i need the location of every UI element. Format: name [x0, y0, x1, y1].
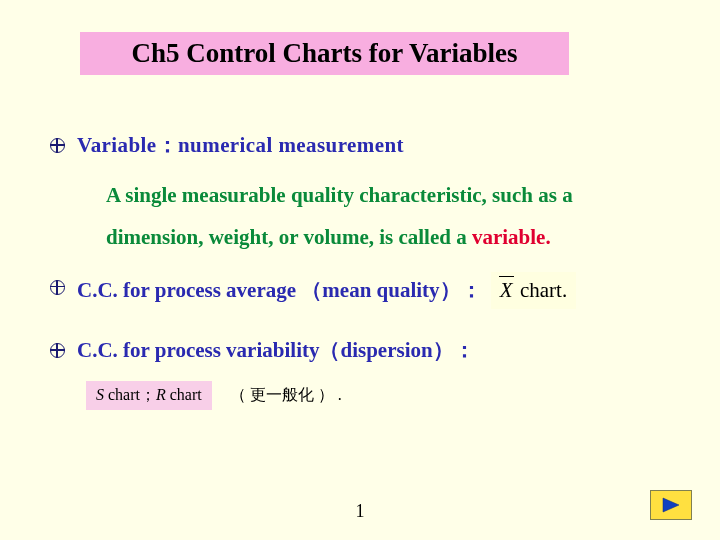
- variable-desc: numerical measurement: [178, 133, 404, 157]
- sub-definition: A single measurable quality characterist…: [106, 174, 670, 258]
- s-letter: S: [96, 386, 104, 403]
- sr-mid: chart；: [104, 386, 156, 403]
- sr-chart-line: S chart；R chart （ 更一般化 ） .: [50, 381, 670, 410]
- xbar-chart-box: X chart.: [491, 272, 576, 310]
- bullet-icon: [50, 343, 65, 358]
- annot-text: （ 更一般化 ）: [230, 386, 334, 403]
- sr-chart-box: S chart；R chart: [86, 381, 212, 410]
- bullet-list: Variable：numerical measurement A single …: [50, 130, 670, 410]
- annot-dot: .: [338, 386, 342, 403]
- annotation: （ 更一般化 ） .: [230, 386, 342, 403]
- variable-word: Variable: [77, 133, 157, 157]
- slide-title: Ch5 Control Charts for Variables: [80, 32, 569, 75]
- bullet-item-dispersion: C.C. for process variability（dispersion）…: [50, 335, 670, 367]
- sr-end: chart: [166, 386, 202, 403]
- colon: ：: [157, 133, 178, 157]
- page-number-value: 1: [356, 501, 365, 521]
- bullet-icon: [50, 280, 65, 295]
- bullet-icon: [50, 138, 65, 153]
- svg-marker-0: [663, 498, 679, 512]
- sub-line-1: A single measurable quality characterist…: [106, 183, 573, 207]
- variable-keyword: variable.: [472, 225, 551, 249]
- next-button[interactable]: [650, 490, 692, 520]
- xbar-symbol: X: [498, 275, 515, 307]
- title-text: Ch5 Control Charts for Variables: [131, 38, 517, 68]
- play-icon: [661, 497, 681, 513]
- bullet-item-variable: Variable：numerical measurement: [50, 130, 670, 162]
- r-letter: R: [156, 386, 166, 403]
- sub-line-2a: dimension, weight, or volume, is called …: [106, 225, 472, 249]
- bullet-text: C.C. for process average （mean quality）：…: [77, 272, 576, 310]
- page-number: 1: [0, 501, 720, 522]
- dispersion-text: C.C. for process variability（dispersion）…: [77, 335, 475, 367]
- bullet-item-mean: C.C. for process average （mean quality）：…: [50, 272, 670, 310]
- mean-text: C.C. for process average （mean quality）：: [77, 278, 482, 302]
- xbar-suffix: chart.: [515, 278, 567, 302]
- bullet-text: Variable：numerical measurement: [77, 130, 404, 162]
